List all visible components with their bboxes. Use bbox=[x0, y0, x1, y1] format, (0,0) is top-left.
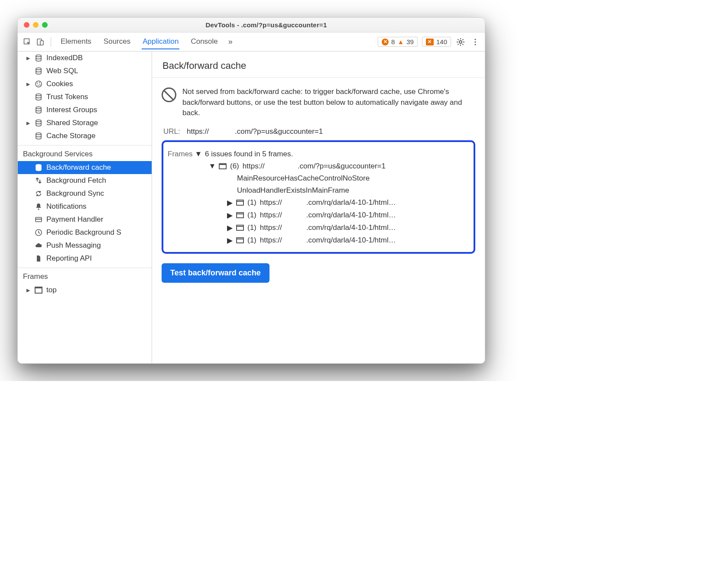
svg-point-7 bbox=[36, 55, 41, 57]
main: ▶ IndexedDB Web SQL▶ Cookies Trust Token… bbox=[18, 52, 485, 363]
tab-elements[interactable]: Elements bbox=[60, 35, 92, 49]
db-icon bbox=[34, 67, 43, 75]
issues-counter[interactable]: ✕ 140 bbox=[422, 37, 451, 47]
url-value: https://.com/?p=us&guccounter=1 bbox=[187, 127, 323, 136]
sidebar-item-cookies[interactable]: ▶ Cookies bbox=[18, 78, 152, 90]
tab-console[interactable]: Console bbox=[190, 35, 218, 49]
svg-point-16 bbox=[36, 120, 41, 122]
svg-point-4 bbox=[474, 39, 476, 40]
inspect-icon[interactable] bbox=[22, 37, 32, 47]
frame-count: (1) bbox=[247, 223, 256, 232]
sidebar-item-back-forward-cache[interactable]: Back/forward cache bbox=[18, 161, 152, 174]
zoom-icon[interactable] bbox=[42, 22, 48, 28]
tab-application[interactable]: Application bbox=[142, 35, 179, 49]
tab-sources[interactable]: Sources bbox=[103, 35, 131, 49]
sidebar-item-label: Reporting API bbox=[46, 254, 92, 263]
sidebar-section-bg: Background Services bbox=[18, 145, 152, 161]
svg-point-17 bbox=[36, 133, 41, 135]
sidebar-item-background-sync[interactable]: Background Sync bbox=[18, 187, 152, 200]
sidebar-item-cache-storage[interactable]: Cache Storage bbox=[18, 129, 152, 142]
devtools-window: DevTools - .com/?p=us&guccounter=1 Eleme… bbox=[17, 17, 485, 364]
subframe-icon bbox=[236, 237, 244, 243]
subframe-row[interactable]: ▶ (1) https://.com/rq/darla/4-10-1/html… bbox=[168, 197, 469, 209]
frames-summary: 6 issues found in 5 frames. bbox=[205, 150, 293, 158]
chevron-right-icon: ▶ bbox=[26, 288, 31, 293]
doc-icon bbox=[34, 254, 43, 263]
frame-count: (1) bbox=[247, 198, 256, 207]
sidebar-item-background-fetch[interactable]: Background Fetch bbox=[18, 174, 152, 187]
svg-point-9 bbox=[36, 81, 42, 87]
sidebar: ▶ IndexedDB Web SQL▶ Cookies Trust Token… bbox=[18, 52, 152, 363]
sidebar-item-push-messaging[interactable]: Push Messaging bbox=[18, 239, 152, 252]
chevron-right-icon[interactable]: ▶ bbox=[227, 236, 233, 245]
sidebar-item-web-sql[interactable]: Web SQL bbox=[18, 65, 152, 78]
chevron-right-icon[interactable]: ▶ bbox=[227, 223, 233, 233]
sidebar-item-periodic-background-s[interactable]: Periodic Background S bbox=[18, 226, 152, 239]
svg-point-11 bbox=[39, 82, 40, 83]
test-bfcache-button[interactable]: Test back/forward cache bbox=[162, 263, 269, 283]
subframe-icon bbox=[236, 212, 244, 218]
sidebar-item-label: Payment Handler bbox=[46, 215, 103, 224]
sidebar-item-label: Notifications bbox=[46, 202, 87, 211]
cookie-icon bbox=[34, 80, 43, 88]
subframe-icon bbox=[236, 225, 244, 231]
chevron-down-icon[interactable]: ▼ bbox=[195, 150, 201, 158]
svg-point-3 bbox=[459, 41, 462, 43]
svg-point-12 bbox=[38, 85, 39, 86]
subframe-icon bbox=[236, 200, 244, 206]
device-toggle-icon[interactable] bbox=[35, 37, 45, 47]
status-message: Not served from back/forward cache: to t… bbox=[182, 87, 475, 119]
close-icon[interactable] bbox=[24, 22, 29, 28]
top-frame-row[interactable]: ▼ (6) https://.com/?p=us&guccounter=1 bbox=[168, 160, 469, 172]
issues-count: 140 bbox=[436, 38, 447, 45]
subframe-row[interactable]: ▶ (1) https://.com/rq/darla/4-10-1/html… bbox=[168, 234, 469, 247]
clock-icon bbox=[34, 228, 43, 237]
minimize-icon[interactable] bbox=[33, 22, 39, 28]
chevron-right-icon[interactable]: ▶ bbox=[227, 211, 233, 220]
svg-point-6 bbox=[474, 44, 476, 45]
page-title: Back/forward cache bbox=[152, 52, 485, 78]
bfcache-reason: UnloadHandlerExistsInMainFrame bbox=[168, 184, 469, 197]
svg-rect-21 bbox=[36, 219, 42, 220]
chevron-down-icon[interactable]: ▼ bbox=[209, 162, 215, 171]
warning-count: 39 bbox=[406, 38, 414, 45]
gear-icon[interactable] bbox=[455, 37, 466, 47]
sidebar-item-reporting-api[interactable]: Reporting API bbox=[18, 252, 152, 265]
card-icon bbox=[34, 215, 43, 224]
frames-summary-row[interactable]: Frames ▼ 6 issues found in 5 frames. bbox=[168, 148, 469, 160]
frame-count: (6) bbox=[230, 162, 239, 171]
blocked-icon bbox=[162, 87, 176, 102]
sidebar-item-label: Push Messaging bbox=[46, 241, 101, 250]
sidebar-item-frame-top[interactable]: ▶ top bbox=[18, 284, 152, 297]
svg-point-13 bbox=[39, 84, 40, 85]
chevron-right-icon[interactable]: ▶ bbox=[227, 198, 233, 207]
cloud-icon bbox=[34, 241, 43, 250]
issues-icon: ✕ bbox=[426, 39, 434, 45]
sidebar-item-payment-handler[interactable]: Payment Handler bbox=[18, 213, 152, 226]
chevron-right-icon: ▶ bbox=[26, 81, 31, 87]
error-icon: ✕ bbox=[382, 39, 389, 45]
sidebar-item-label: Cache Storage bbox=[46, 132, 95, 140]
chevron-right-icon: ▶ bbox=[26, 55, 31, 61]
sidebar-item-trust-tokens[interactable]: Trust Tokens bbox=[18, 90, 152, 103]
sidebar-item-notifications[interactable]: Notifications bbox=[18, 200, 152, 213]
subframe-row[interactable]: ▶ (1) https://.com/rq/darla/4-10-1/html… bbox=[168, 222, 469, 234]
kebab-icon[interactable] bbox=[470, 37, 480, 47]
frame-icon bbox=[34, 286, 43, 294]
toolbar: Elements Sources Application Console » ✕… bbox=[18, 32, 485, 52]
console-counter[interactable]: ✕ 8 ▲ 39 bbox=[378, 37, 418, 47]
toolbar-right: ✕ 8 ▲ 39 ✕ 140 bbox=[378, 37, 480, 47]
svg-point-15 bbox=[36, 107, 41, 109]
sidebar-item-label: top bbox=[46, 286, 57, 294]
titlebar: DevTools - .com/?p=us&guccounter=1 bbox=[18, 18, 485, 32]
sidebar-item-indexeddb[interactable]: ▶ IndexedDB bbox=[18, 52, 152, 65]
svg-rect-2 bbox=[40, 41, 43, 45]
tabs-more-icon[interactable]: » bbox=[228, 37, 233, 46]
content-body: Not served from back/forward cache: to t… bbox=[152, 78, 485, 291]
svg-point-5 bbox=[474, 41, 476, 42]
svg-point-14 bbox=[36, 94, 41, 96]
chevron-right-icon: ▶ bbox=[26, 120, 31, 126]
sidebar-item-shared-storage[interactable]: ▶ Shared Storage bbox=[18, 116, 152, 129]
sidebar-item-interest-groups[interactable]: Interest Groups bbox=[18, 103, 152, 116]
subframe-row[interactable]: ▶ (1) https://.com/rq/darla/4-10-1/html… bbox=[168, 209, 469, 222]
